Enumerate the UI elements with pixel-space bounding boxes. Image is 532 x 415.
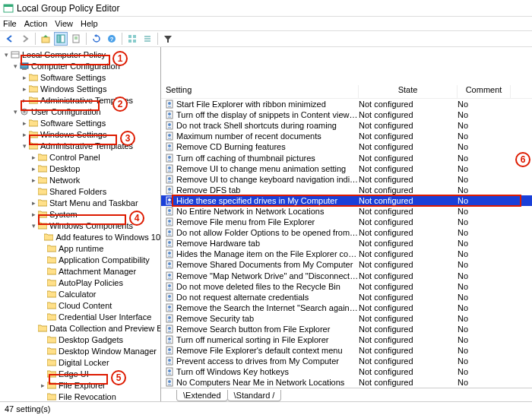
setting-row[interactable]: No Computers Near Me in Network Location… — [161, 377, 532, 388]
column-comment[interactable]: Comment — [458, 85, 511, 98]
setting-row[interactable]: Remove File menu from File ExplorerNot c… — [161, 217, 532, 227]
setting-row[interactable]: Do not allow Folder Options to be opened… — [161, 227, 532, 238]
tab-extended[interactable]: \Extended — [176, 390, 228, 401]
setting-icon — [164, 131, 175, 141]
column-state[interactable]: State — [359, 85, 458, 98]
column-setting[interactable]: Setting — [161, 85, 359, 98]
tree-node-label: Software Settings — [40, 73, 106, 82]
setting-row[interactable]: Hide these specified drives in My Comput… — [161, 195, 532, 206]
setting-row[interactable]: No Entire Network in Network LocationsNo… — [161, 206, 532, 217]
tree-app-runtime[interactable]: App runtime — [0, 242, 160, 254]
setting-comment: No — [458, 207, 511, 216]
setting-row[interactable]: Turn off caching of thumbnail picturesNo… — [161, 152, 532, 163]
tab-standard[interactable]: \Standard / — [227, 390, 282, 401]
tree-shared-folders[interactable]: Shared Folders — [0, 185, 160, 197]
setting-icon — [164, 196, 175, 205]
setting-icon — [164, 260, 175, 269]
setting-comment: No — [458, 303, 511, 312]
tree-cc-admin-templates[interactable]: ▸Administrative Templates — [0, 94, 160, 106]
setting-row[interactable]: Remove File Explorer's default context m… — [161, 345, 532, 356]
setting-row[interactable]: Turn off Windows Key hotkeysNot configur… — [161, 366, 532, 377]
setting-row[interactable]: Turn off the display of snippets in Cont… — [161, 109, 532, 120]
setting-row[interactable]: Remove CD Burning featuresNot configured… — [161, 141, 532, 152]
tree-node-icon — [47, 245, 56, 252]
tree-desktop[interactable]: ▸Desktop — [0, 163, 160, 174]
tree-start-menu[interactable]: ▸Start Menu and Taskbar — [0, 197, 160, 208]
tree-uc-windows-settings[interactable]: ▸Windows Settings — [0, 128, 160, 140]
setting-row[interactable]: Remove "Map Network Drive" and "Disconne… — [161, 271, 532, 281]
properties-button[interactable] — [69, 32, 83, 46]
view-icon-button[interactable] — [125, 32, 139, 46]
setting-row[interactable]: Remove Search button from File ExplorerN… — [161, 324, 532, 334]
setting-row[interactable]: Do not request alternate credentialsNot … — [161, 292, 532, 303]
tree-user-configuration[interactable]: ▾User Configuration — [0, 106, 160, 117]
setting-name: Do not allow Folder Options to be opened… — [175, 228, 359, 237]
setting-row[interactable]: Hides the Manage item on the File Explor… — [161, 249, 532, 259]
setting-row[interactable]: Turn off numerical sorting in File Explo… — [161, 334, 532, 345]
tree-cc-software-settings[interactable]: ▸Software Settings — [0, 71, 160, 83]
menu-file[interactable]: File — [3, 19, 17, 28]
refresh-button[interactable] — [90, 32, 103, 46]
tree-uc-software-settings[interactable]: ▸Software Settings — [0, 117, 160, 128]
menu-help[interactable]: Help — [81, 19, 98, 28]
tree-network[interactable]: ▸Network — [0, 174, 160, 185]
menu-action[interactable]: Action — [24, 19, 48, 28]
tree-cc-windows-settings[interactable]: ▸Windows Settings — [0, 83, 160, 94]
setting-icon — [164, 164, 175, 173]
navigation-tree[interactable]: ▾Local Computer Policy▾Computer Configur… — [0, 47, 161, 401]
svg-point-30 — [168, 123, 171, 126]
setting-row[interactable]: Remove Hardware tabNot configuredNo — [161, 238, 532, 249]
tree-uc-admin-templates[interactable]: ▾Administrative Templates — [0, 140, 160, 151]
setting-row[interactable]: Remove DFS tabNot configuredNo — [161, 185, 532, 195]
up-button[interactable] — [39, 32, 52, 46]
menu-view[interactable]: View — [55, 19, 73, 28]
tree-app-compat[interactable]: Application Compatibility — [0, 254, 160, 265]
tree-file-explorer[interactable]: ▸File Explorer — [0, 379, 160, 391]
tree-digital-locker[interactable]: Digital Locker — [0, 356, 160, 368]
tree-credential-ui[interactable]: Credential User Interface — [0, 311, 160, 322]
help-button[interactable]: ? — [105, 32, 119, 46]
tree-file-revocation[interactable]: File Revocation — [0, 391, 160, 401]
tree-root[interactable]: ▾Local Computer Policy — [0, 49, 160, 60]
tree-desktop-gadgets[interactable]: Desktop Gadgets — [0, 334, 160, 345]
tree-autoplay[interactable]: AutoPlay Policies — [0, 277, 160, 288]
setting-icon — [164, 282, 175, 291]
tree-dwm[interactable]: Desktop Window Manager — [0, 345, 160, 356]
tree-cloud-content[interactable]: Cloud Content — [0, 299, 160, 311]
forward-button[interactable] — [18, 32, 32, 46]
tree-control-panel[interactable]: ▸Control Panel — [0, 151, 160, 163]
tree-system[interactable]: ▸System — [0, 208, 160, 220]
setting-row[interactable]: Do not track Shell shortcuts during roam… — [161, 120, 532, 131]
settings-list[interactable]: Start File Explorer with ribbon minimize… — [161, 99, 532, 388]
setting-row[interactable]: Do not move deleted files to the Recycle… — [161, 281, 532, 292]
setting-comment: No — [458, 314, 511, 323]
setting-state: Not configured — [359, 185, 458, 195]
setting-row[interactable]: Start File Explorer with ribbon minimize… — [161, 99, 532, 109]
tree-computer-configuration[interactable]: ▾Computer Configuration — [0, 60, 160, 71]
setting-icon — [164, 154, 175, 163]
tree-add-features[interactable]: Add features to Windows 10 — [0, 231, 160, 242]
setting-state: Not configured — [359, 110, 458, 119]
show-hide-tree-button[interactable] — [54, 32, 68, 46]
tree-calculator[interactable]: Calculator — [0, 288, 160, 299]
setting-row[interactable]: Prevent access to drives from My Compute… — [161, 356, 532, 366]
setting-row[interactable]: Remove Security tabNot configuredNo — [161, 313, 532, 324]
view-list-button[interactable] — [141, 32, 154, 46]
separator — [35, 33, 36, 45]
tree-data-collection[interactable]: Data Collection and Preview Builds — [0, 322, 160, 334]
setting-state: Not configured — [359, 142, 458, 151]
setting-row[interactable]: Remove the Search the Internet "Search a… — [161, 303, 532, 313]
tree-windows-components[interactable]: ▾Windows Components — [0, 220, 160, 231]
setting-row[interactable]: Maximum number of recent documentsNot co… — [161, 131, 532, 141]
tree-node-icon — [47, 336, 56, 344]
svg-point-63 — [168, 241, 171, 244]
setting-name: Remove UI to change menu animation setti… — [175, 164, 359, 173]
setting-row[interactable]: Remove UI to change menu animation setti… — [161, 163, 532, 174]
setting-row[interactable]: Remove UI to change keyboard navigation … — [161, 174, 532, 185]
filter-button[interactable] — [161, 32, 175, 46]
tree-attachment-manager[interactable]: Attachment Manager — [0, 265, 160, 277]
back-button[interactable] — [3, 32, 17, 46]
setting-row[interactable]: Remove Shared Documents from My Computer… — [161, 259, 532, 270]
tree-edge-ui[interactable]: Edge UI — [0, 368, 160, 379]
svg-point-60 — [168, 230, 171, 233]
